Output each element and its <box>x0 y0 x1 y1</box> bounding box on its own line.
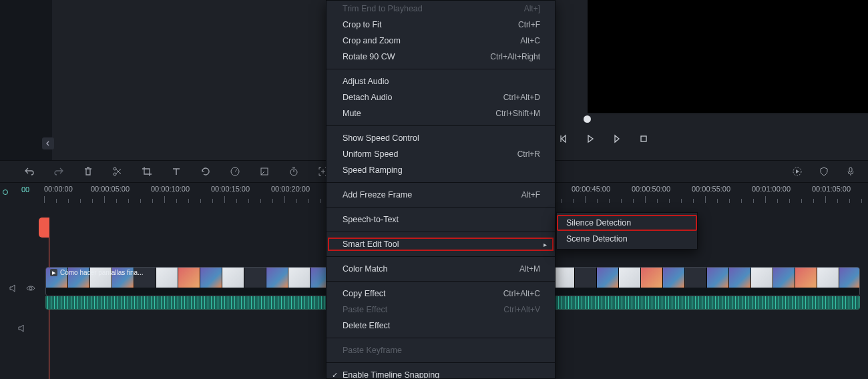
menu-separator <box>327 362 555 363</box>
ruler-label: 00:00:20:00 <box>271 185 310 193</box>
mic-icon[interactable] <box>845 166 856 177</box>
menu-item-color-match[interactable]: Color MatchAlt+M <box>327 261 555 277</box>
menu-separator <box>327 125 555 126</box>
player-controls <box>558 133 649 144</box>
play-icon[interactable] <box>585 133 596 144</box>
menu-item-delete-effect[interactable]: Delete Effect <box>327 318 555 334</box>
submenu-item-scene-detection[interactable]: Scene Detection <box>557 231 697 247</box>
ruler-origin: 00 <box>0 183 44 206</box>
submenu-item-silence-detection[interactable]: Silence Detection <box>557 215 697 231</box>
menu-item-label: Adjust Audio <box>343 77 389 86</box>
ruler-label: 00:00:10:00 <box>151 185 190 193</box>
menu-item-label: Paste Effect <box>343 305 387 314</box>
menu-item-crop-to-fit[interactable]: Crop to FitCtrl+F <box>327 17 555 33</box>
preview-panel <box>588 0 868 113</box>
crop-icon[interactable] <box>142 166 152 177</box>
speed-icon[interactable] <box>230 166 240 177</box>
menu-separator <box>327 232 555 232</box>
menu-item-shortcut: Alt+C <box>520 36 540 45</box>
menu-item-label: Crop to Fit <box>343 20 381 29</box>
svg-point-13 <box>29 287 32 290</box>
menu-item-trim-end-to-playhead: Trim End to PlayheadAlt+] <box>327 1 555 17</box>
ruler-label: 00:00:55:00 <box>692 185 730 193</box>
context-menu: Trim End to PlayheadAlt+]Crop to FitCtrl… <box>326 0 556 379</box>
menu-separator <box>327 338 555 338</box>
scrub-handle[interactable] <box>584 115 591 123</box>
split-icon[interactable] <box>112 166 123 177</box>
text-icon[interactable] <box>171 166 182 177</box>
svg-point-2 <box>114 167 116 170</box>
left-panel <box>0 0 52 160</box>
marker-icon[interactable] <box>259 166 270 177</box>
menu-item-label: Add Freeze Frame <box>343 190 412 200</box>
collapse-left-icon[interactable] <box>42 137 54 149</box>
menu-separator <box>327 256 555 257</box>
stop-icon[interactable] <box>638 133 649 144</box>
menu-item-label: Trim End to Playhead <box>343 4 423 13</box>
menu-separator <box>327 182 555 183</box>
ruler-label: 00:00:05:00 <box>91 185 130 193</box>
clip-play-icon: ▶ <box>50 269 57 276</box>
track-controls <box>0 206 44 379</box>
menu-item-paste-keyframe: Paste Keyframe <box>327 342 555 358</box>
menu-item-label: Speed Ramping <box>343 165 403 175</box>
menu-item-mute[interactable]: MuteCtrl+Shift+M <box>327 105 555 121</box>
menu-item-speech-to-text[interactable]: Speech-to-Text <box>327 212 555 228</box>
timer-icon[interactable] <box>288 166 299 177</box>
menu-item-shortcut: Ctrl+Shift+M <box>495 109 540 118</box>
redo-icon[interactable] <box>53 166 64 177</box>
ruler-label: 00:00:00 <box>44 185 73 193</box>
menu-item-shortcut: Ctrl+R <box>517 149 540 159</box>
menu-item-shortcut: Alt+] <box>524 4 540 13</box>
menu-item-paste-effect: Paste EffectCtrl+Alt+V <box>327 302 555 318</box>
menu-item-label: Rotate 90 CW <box>343 52 395 61</box>
step-back-icon[interactable] <box>558 133 569 144</box>
step-forward-icon[interactable] <box>612 133 622 144</box>
render-icon[interactable] <box>792 166 803 177</box>
menu-item-add-freeze-frame[interactable]: Add Freeze FrameAlt+F <box>327 187 555 203</box>
menu-item-label: Enable Timeline Snapping <box>343 370 439 379</box>
menu-item-crop-and-zoom[interactable]: Crop and ZoomAlt+C <box>327 33 555 49</box>
menu-item-enable-timeline-snapping[interactable]: Enable Timeline Snapping <box>327 367 555 379</box>
menu-item-uniform-speed[interactable]: Uniform SpeedCtrl+R <box>327 146 555 162</box>
menu-item-show-speed-control[interactable]: Show Speed Control <box>327 130 555 146</box>
menu-item-label: Show Speed Control <box>343 133 419 143</box>
delete-icon[interactable] <box>83 166 93 177</box>
menu-item-smart-edit-tool[interactable]: Smart Edit Tool <box>327 236 555 252</box>
menu-item-shortcut: Alt+F <box>521 190 540 200</box>
menu-item-adjust-audio[interactable]: Adjust Audio <box>327 73 555 89</box>
menu-item-shortcut: Ctrl+Alt+V <box>503 305 540 314</box>
menu-item-copy-effect[interactable]: Copy EffectCtrl+Alt+C <box>327 286 555 302</box>
ruler-label: 00:00:15:00 <box>211 185 250 193</box>
mute-audio-icon[interactable] <box>17 323 27 334</box>
preview-scrubber[interactable] <box>588 113 868 125</box>
svg-point-3 <box>114 173 116 175</box>
menu-item-label: Speech-to-Text <box>343 215 399 224</box>
menu-item-label: Smart Edit Tool <box>343 240 399 249</box>
menu-item-label: Paste Keyframe <box>343 346 402 355</box>
undo-icon[interactable] <box>24 166 35 177</box>
menu-item-label: Color Match <box>343 264 387 274</box>
menu-item-speed-ramping[interactable]: Speed Ramping <box>327 162 555 178</box>
clip-title: Cómo hacer pantallas fina... <box>60 269 144 276</box>
menu-item-detach-audio[interactable]: Detach AudioCtrl+Alt+D <box>327 89 555 105</box>
ruler-label: 00:01:00:00 <box>752 185 791 193</box>
ruler-label: 00:01:05:00 <box>812 185 851 193</box>
menu-item-rotate-90-cw[interactable]: Rotate 90 CWCtrl+Alt+Right <box>327 49 555 65</box>
menu-separator <box>327 207 555 208</box>
rotate-icon[interactable] <box>200 166 211 177</box>
menu-item-label: Copy Effect <box>343 289 385 298</box>
menu-separator <box>327 281 555 282</box>
clip-label: ▶ Cómo hacer pantallas fina... <box>50 269 144 276</box>
shield-icon[interactable] <box>819 166 829 177</box>
menu-item-shortcut: Ctrl+Alt+Right <box>490 52 540 61</box>
playhead-handle[interactable] <box>39 218 49 238</box>
ruler-origin-label: 00 <box>21 185 29 194</box>
ruler-label: 00:00:50:00 <box>632 185 670 193</box>
menu-separator <box>327 69 555 69</box>
svg-rect-12 <box>849 167 852 172</box>
hide-track-icon[interactable] <box>25 283 36 294</box>
mute-track-icon[interactable] <box>8 283 19 294</box>
menu-item-label: Delete Effect <box>343 321 390 330</box>
menu-item-label: Crop and Zoom <box>343 36 401 45</box>
